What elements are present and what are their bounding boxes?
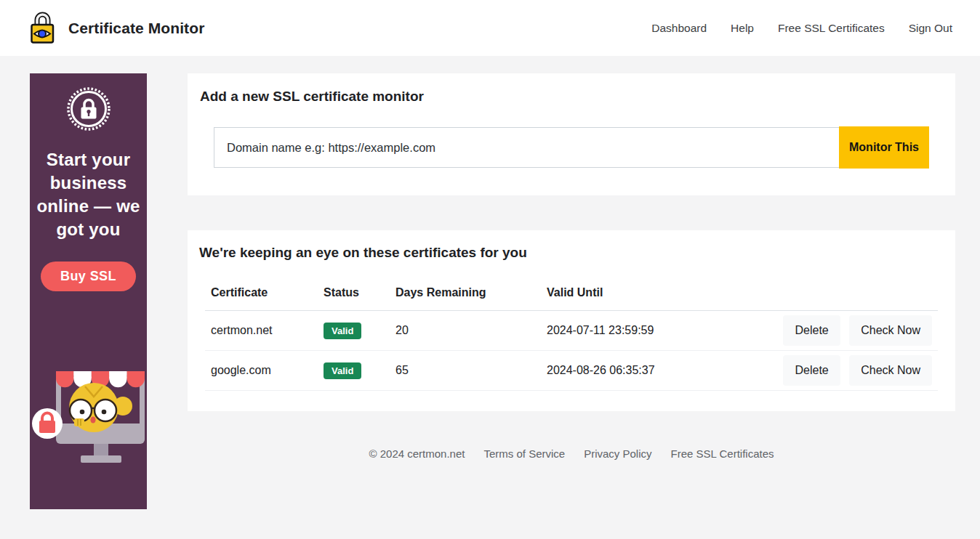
certificate-domain: google.com [205, 351, 318, 391]
nav-link-help[interactable]: Help [731, 22, 754, 35]
check-now-button[interactable]: Check Now [849, 355, 932, 386]
buy-ssl-button[interactable]: Buy SSL [41, 262, 136, 291]
copyright-text: © 2024 certmon.net [369, 447, 465, 460]
certificate-domain: certmon.net [205, 311, 318, 351]
main-content: Add a new SSL certificate monitor Monito… [188, 73, 955, 460]
footer-link-terms-of-service[interactable]: Terms of Service [483, 447, 565, 460]
top-nav: Dashboard Help Free SSL Certificates Sig… [651, 22, 952, 35]
seal-padlock-icon [67, 86, 111, 135]
footer-link-privacy-policy[interactable]: Privacy Policy [584, 447, 651, 460]
monitored-certificates-card: We're keeping an eye on these certificat… [188, 230, 955, 411]
delete-button[interactable]: Delete [783, 355, 840, 386]
status-badge: Valid [324, 323, 361, 339]
footer-link-free-ssl-certificates[interactable]: Free SSL Certificates [671, 447, 774, 460]
add-monitor-card: Add a new SSL certificate monitor Monito… [188, 73, 955, 195]
column-header-status: Status [318, 277, 390, 311]
table-row: google.com Valid 65 2024-08-26 06:35:37 … [205, 351, 938, 391]
page-footer: © 2024 certmon.net Terms of Service Priv… [188, 447, 955, 460]
nav-link-sign-out[interactable]: Sign Out [909, 22, 952, 35]
column-header-days-remaining: Days Remaining [390, 277, 541, 311]
add-monitor-form: Monitor This [214, 127, 929, 169]
shopkeeper-monitor-illustration [30, 364, 147, 474]
ad-headline: Start your business online — we got you [36, 148, 142, 241]
valid-until-value: 2024-07-11 23:59:59 [541, 311, 771, 351]
monitor-this-button[interactable]: Monitor This [839, 126, 929, 169]
delete-button[interactable]: Delete [783, 315, 840, 346]
column-header-actions [771, 277, 938, 311]
brand: Certificate Monitor [28, 9, 204, 47]
column-header-valid-until: Valid Until [541, 277, 771, 311]
status-badge: Valid [324, 362, 361, 379]
top-bar: Certificate Monitor Dashboard Help Free … [0, 0, 980, 56]
add-monitor-title: Add a new SSL certificate monitor [199, 89, 944, 105]
sidebar-ad-banner[interactable]: Start your business online — we got you … [30, 73, 147, 509]
check-now-button[interactable]: Check Now [849, 315, 932, 346]
column-header-certificate: Certificate [205, 277, 318, 311]
certificates-table: Certificate Status Days Remaining Valid … [205, 277, 938, 391]
valid-until-value: 2024-08-26 06:35:37 [541, 351, 771, 391]
monitored-certificates-title: We're keeping an eye on these certificat… [199, 245, 944, 261]
days-remaining-value: 65 [390, 351, 541, 391]
table-header-row: Certificate Status Days Remaining Valid … [205, 277, 938, 311]
days-remaining-value: 20 [390, 311, 541, 351]
padlock-eye-logo-icon [28, 9, 57, 47]
nav-link-free-ssl-certificates[interactable]: Free SSL Certificates [778, 22, 885, 35]
domain-name-input[interactable] [214, 127, 839, 168]
table-row: certmon.net Valid 20 2024-07-11 23:59:59… [205, 311, 938, 351]
app-title: Certificate Monitor [68, 20, 204, 37]
nav-link-dashboard[interactable]: Dashboard [651, 22, 707, 35]
